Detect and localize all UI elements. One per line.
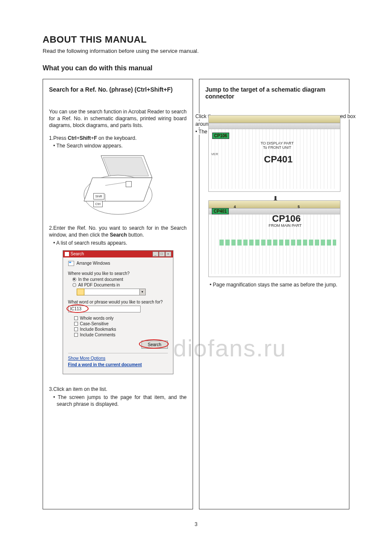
right-bullet: Page magnification stays the same as bef…	[213, 281, 343, 288]
left-para1: You can use the search function in Acrob…	[49, 108, 187, 129]
cp106-label-bottom: CP106	[272, 213, 301, 224]
arrange-windows-label: Arrange Windows	[77, 261, 110, 266]
question-where: Where would you like to search?	[68, 271, 168, 276]
keycap-f	[126, 181, 132, 187]
checkbox-icon	[74, 333, 78, 337]
page-number: 3	[43, 521, 349, 527]
step-1: 1.Press Ctrl+Shift+F on the keyboard.	[49, 135, 187, 141]
link-show-more-options[interactable]: Show More Options	[68, 356, 168, 361]
search-dialog: Search _ □ × Arrange Windows Where would…	[63, 250, 173, 374]
checkbox-whole-words[interactable]: Whole words only	[74, 316, 168, 321]
step-2: 2.Enter the Ref. No. you want to search …	[49, 225, 187, 238]
columns: Search for a Ref. No. (phrase) (Ctrl+Shi…	[43, 79, 349, 509]
arrange-windows-icon	[68, 261, 74, 266]
checkbox-icon	[74, 316, 78, 320]
checkbox-case-sensitive[interactable]: Case-Sensitive	[74, 321, 168, 326]
dialog-title: Search	[71, 251, 84, 256]
key-f: F	[94, 135, 97, 141]
card-search-refno: Search for a Ref. No. (phrase) (Ctrl+Shi…	[43, 79, 193, 509]
checkbox-include-comments[interactable]: Include Comments	[74, 332, 168, 337]
radio-current-doc-label: In the current document	[78, 277, 124, 282]
ruler-4: 4	[234, 205, 236, 209]
ver-label: VER	[211, 152, 218, 156]
plus1: +	[77, 135, 80, 141]
dialog-title-icon	[65, 252, 69, 256]
step1-pre: 1.Press	[49, 135, 68, 141]
laptop-illustration: Shift Ctrl	[49, 152, 187, 216]
card-jump-connector: Jump to the target of a schematic diagra…	[199, 79, 349, 509]
key-ctrl: Ctrl	[68, 135, 77, 141]
keycap-ctrl: Ctrl	[93, 201, 103, 207]
step1-post: on the keyboard.	[97, 135, 137, 141]
link-find-word[interactable]: Find a word in the current document	[68, 362, 168, 367]
chk3-label: Include Bookmarks	[80, 327, 116, 332]
ruler-5: 5	[298, 205, 300, 209]
radio-icon	[72, 278, 76, 281]
radio-current-doc[interactable]: In the current document	[72, 277, 168, 282]
key-shift: Shift	[80, 135, 91, 141]
chk1-label: Whole words only	[80, 316, 114, 321]
search-dialog-figure: Search _ □ × Arrange Windows Where would…	[49, 250, 187, 374]
dialog-titlebar: Search _ □ ×	[63, 251, 173, 257]
step3-bullet: The screen jumps to the page for that it…	[57, 394, 187, 408]
chk2-label: Case-Sensitive	[80, 321, 109, 326]
page-intro: Read the following information before us…	[43, 48, 349, 54]
close-icon[interactable]: ×	[165, 251, 171, 257]
schem-caption-1b: ed box	[340, 113, 355, 119]
schematic-pane-top: CP106 VER TO DISPLAY PART To FRONT UNIT …	[208, 115, 340, 192]
to-display-label: TO DISPLAY PART To FRONT UNIT	[261, 141, 294, 150]
checkbox-icon	[74, 322, 78, 326]
page-title: ABOUT THIS MANUAL	[43, 34, 349, 45]
cp401-label-top: CP401	[264, 154, 293, 165]
dropdown-field	[84, 289, 140, 295]
checkbox-include-bookmarks[interactable]: Include Bookmarks	[74, 327, 168, 332]
laptop-icon	[80, 152, 156, 216]
section-heading: What you can do with this manual	[43, 64, 349, 72]
highlight-circle-icon	[66, 304, 89, 313]
highlight-circle-icon	[139, 339, 169, 349]
card-title-right: Jump to the target of a schematic diagra…	[205, 86, 343, 100]
card-title-left: Search for a Ref. No. (phrase) (Ctrl+Shi…	[49, 86, 187, 93]
step2-end: button.	[127, 232, 144, 238]
minimize-icon[interactable]: _	[153, 251, 159, 257]
step2-bullet: A list of search results appears.	[57, 240, 187, 246]
location-dropdown[interactable]: ▼	[77, 289, 168, 295]
chevron-down-icon: ▼	[140, 289, 146, 295]
step-3: 3.Click an item on the list.	[49, 386, 187, 392]
arrange-windows[interactable]: Arrange Windows	[68, 261, 168, 266]
radio-icon	[72, 283, 76, 287]
folder-icon	[77, 289, 84, 295]
connector-cp106-top[interactable]: CP106	[212, 133, 230, 139]
maximize-icon[interactable]: □	[159, 251, 165, 257]
step2-search-bold: Search	[110, 232, 127, 238]
radio-all-pdf[interactable]: All PDF Documents in	[72, 283, 168, 287]
connector-cp401-bottom[interactable]: CP401	[212, 208, 229, 214]
svg-marker-1	[103, 157, 149, 176]
keycap-shift: Shift	[93, 193, 104, 199]
schematic-figure: Click th ed box around • The s CP106 VER…	[205, 115, 343, 277]
question-phrase: What word or phrase would you like to se…	[68, 300, 168, 304]
from-main-label: FROM MAIN PART	[269, 223, 302, 228]
connector-pins-icon	[219, 240, 336, 246]
step1-bullet: The Search window appears.	[57, 143, 187, 149]
radio-all-pdf-label: All PDF Documents in	[78, 283, 120, 287]
checkbox-icon	[74, 327, 78, 331]
chk4-label: Include Comments	[80, 332, 115, 337]
